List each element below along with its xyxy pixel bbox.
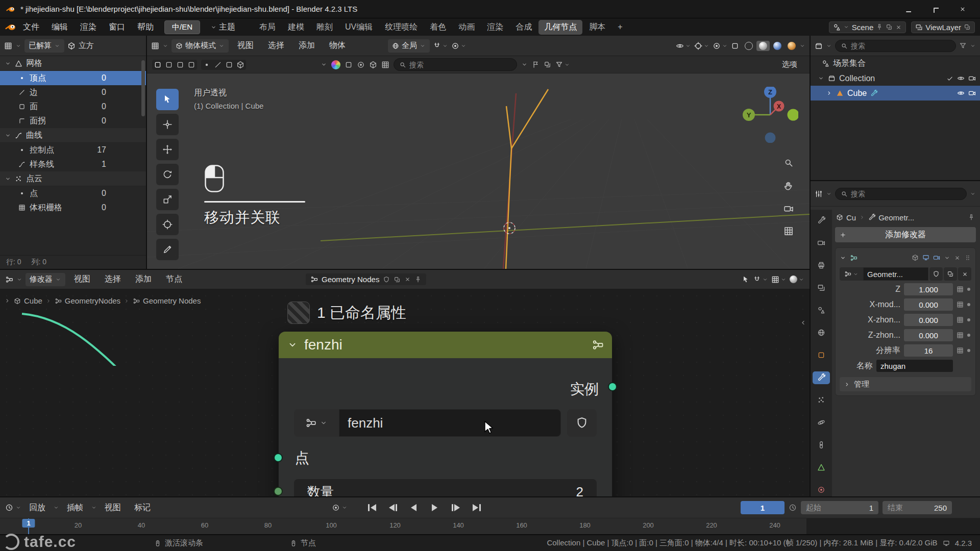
outliner-scene-collection[interactable]: 场景集合 (811, 56, 980, 71)
expand-chevron-icon[interactable] (840, 255, 846, 261)
pin-icon[interactable] (968, 214, 975, 221)
copy-button[interactable] (944, 267, 957, 281)
tab-sculpting[interactable]: 雕刻 (311, 20, 338, 35)
falloff-icon[interactable] (357, 61, 365, 69)
outliner-search[interactable] (835, 40, 956, 52)
face-select-icon[interactable] (225, 61, 233, 69)
menu-window[interactable]: 窗口 (103, 20, 131, 34)
select-mode-intersect-icon[interactable] (187, 61, 195, 69)
copy-icon[interactable] (886, 23, 893, 31)
move-tool[interactable] (156, 139, 179, 160)
close-icon[interactable] (895, 24, 902, 31)
editor-type-icon[interactable] (151, 42, 159, 50)
camera-icon[interactable] (968, 89, 976, 97)
zoom-button[interactable] (780, 154, 797, 171)
chevron-down-icon[interactable] (321, 61, 327, 68)
node-header[interactable]: fenzhi (279, 332, 612, 358)
viewport-canvas[interactable]: 用户透视 (1) Collection | Cube 移动并关联 (147, 73, 810, 269)
decorator-dot[interactable] (967, 349, 970, 352)
menu-object[interactable]: 物体 (324, 39, 351, 53)
tab-scripting[interactable]: 脚本 (583, 20, 611, 35)
value-field[interactable]: 0.000 (904, 329, 953, 341)
next-keyframe-button[interactable] (448, 501, 463, 514)
tab-object-data[interactable] (813, 461, 830, 474)
value-field[interactable]: 0.000 (904, 298, 953, 311)
row-vertices[interactable]: 顶点 0 (0, 71, 146, 85)
node-canvas[interactable]: Cube GeometryNodes Geometry Nodes 1 已命名属… (0, 289, 810, 496)
tab-texture-paint[interactable]: 纹理喷绘 (379, 20, 423, 35)
row-face-corners[interactable]: 面拐 0 (0, 114, 146, 128)
filter-dropdown[interactable] (555, 61, 570, 68)
parent-tree-icon[interactable] (742, 276, 750, 284)
navigation-gizmo[interactable]: Z Y X (742, 87, 798, 143)
add-modifier-button[interactable]: 添加修改器 (835, 227, 976, 242)
filter-funnel-icon[interactable] (959, 42, 967, 49)
row-splines[interactable]: 样条线 1 (0, 157, 146, 171)
group-mesh[interactable]: 网格 (0, 56, 146, 71)
rotate-tool[interactable] (156, 164, 179, 185)
jump-to-end-button[interactable] (469, 501, 484, 514)
search-input[interactable] (409, 61, 511, 69)
row-edges[interactable]: 边 0 (0, 85, 146, 99)
xray-toggle[interactable] (731, 42, 739, 50)
pin-icon[interactable] (414, 276, 422, 283)
input-socket-points[interactable] (274, 453, 283, 462)
count-field[interactable]: 数量 2 (294, 479, 597, 496)
attribute-input-icon[interactable] (957, 347, 964, 354)
dataset-dropdown[interactable]: 已解算 (24, 39, 64, 53)
tab-animation[interactable]: 动画 (453, 20, 480, 35)
decorator-dot[interactable] (967, 303, 970, 306)
editor-type-icon[interactable] (4, 42, 12, 50)
input-socket-count[interactable] (274, 487, 283, 496)
menu-select[interactable]: 选择 (99, 272, 127, 286)
timeline-ruler[interactable]: 20 40 60 80 100 120 140 160 180 200 220 … (0, 518, 980, 534)
gizmos-dropdown[interactable] (694, 42, 709, 50)
eye-icon[interactable] (957, 74, 965, 82)
decorator-dot[interactable] (967, 288, 970, 291)
annotate-tool[interactable] (156, 239, 179, 260)
tab-rendering[interactable]: 渲染 (481, 20, 509, 35)
modifier-name-input[interactable] (863, 267, 928, 281)
pin-icon[interactable] (876, 23, 883, 31)
search-input[interactable] (851, 190, 912, 198)
chevron-right-icon[interactable] (4, 297, 11, 304)
close-button[interactable] (951, 2, 974, 17)
output-socket-instances[interactable] (608, 382, 617, 391)
sidebar-open-chevron-icon[interactable] (799, 319, 807, 327)
scale-tool[interactable] (156, 189, 179, 210)
tab-render[interactable] (813, 236, 830, 249)
tab-layout[interactable]: 布局 (254, 20, 281, 35)
breadcrumb-object[interactable]: Cube (24, 296, 42, 305)
menu-node[interactable]: 节点 (160, 272, 188, 286)
bookmark-icon[interactable] (532, 61, 540, 68)
play-reverse-button[interactable] (406, 501, 422, 514)
editor-type-icon[interactable] (5, 276, 13, 284)
outliner-collection[interactable]: Collection (811, 71, 980, 86)
viewlayer-selector[interactable]: ViewLayer (911, 21, 975, 33)
tab-physics[interactable] (813, 416, 830, 429)
attribute-input-icon[interactable] (957, 332, 964, 339)
blender-menu-icon[interactable] (5, 21, 16, 33)
tab-tool[interactable] (813, 214, 830, 227)
eye-icon[interactable] (957, 89, 965, 97)
attribute-input-icon[interactable] (957, 286, 964, 293)
fake-user-shield-icon[interactable] (383, 276, 390, 283)
vertex-select-icon[interactable] (203, 61, 211, 69)
current-frame-field[interactable]: 1 (741, 501, 785, 514)
breadcrumb-tree[interactable]: Geometry Nodes (143, 296, 201, 305)
scrollbar[interactable] (141, 60, 145, 116)
transform-orientation-dropdown[interactable]: 全局 (388, 39, 430, 53)
breadcrumb-modifier[interactable]: GeometryNodes (65, 296, 120, 305)
tool-search[interactable] (394, 58, 517, 71)
decorator-dot[interactable] (967, 334, 970, 337)
transform-tool[interactable] (156, 214, 179, 235)
tab-uv-editing[interactable]: UV编辑 (339, 20, 378, 35)
menu-keying[interactable]: 插帧 (61, 501, 89, 515)
snap-toggle[interactable] (433, 42, 448, 50)
menu-view[interactable]: 视图 (232, 39, 259, 53)
shading-option-icon[interactable] (345, 61, 353, 69)
tab-shading[interactable]: 着色 (424, 20, 452, 35)
decorator-dot[interactable] (967, 318, 970, 321)
mode-dropdown[interactable]: 物体模式 (172, 39, 229, 53)
search-input[interactable] (851, 42, 912, 50)
